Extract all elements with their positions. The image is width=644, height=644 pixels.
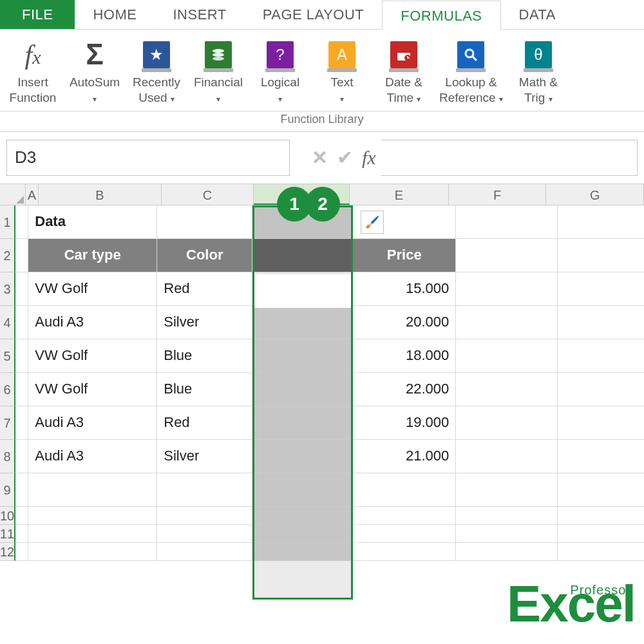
insert-function-button[interactable]: fx Insert Function	[4, 35, 62, 108]
row-header-9[interactable]: 9	[0, 473, 15, 507]
row-header-1[interactable]: 1	[0, 205, 15, 239]
cell[interactable]	[28, 507, 157, 525]
lookup-reference-button[interactable]: Lookup & Reference ▾	[437, 35, 506, 108]
cell[interactable]: 18.000	[353, 339, 456, 373]
cell[interactable]	[252, 306, 353, 339]
cell[interactable]	[15, 339, 28, 373]
cell[interactable]	[252, 473, 353, 507]
cell[interactable]: 15.000	[353, 272, 456, 306]
cell[interactable]	[558, 272, 644, 306]
col-header-C[interactable]: C	[162, 184, 253, 205]
cell[interactable]	[456, 543, 558, 561]
cell[interactable]	[15, 239, 28, 272]
cell[interactable]	[15, 525, 28, 543]
cell[interactable]	[558, 543, 644, 561]
cell[interactable]	[353, 507, 456, 525]
logical-button[interactable]: ? Logical▾	[251, 35, 309, 108]
row-header-12[interactable]: 12	[0, 543, 15, 561]
col-header-B[interactable]: B	[39, 184, 162, 205]
cell-title[interactable]: Data	[28, 205, 157, 239]
cell[interactable]	[456, 507, 558, 525]
cell[interactable]	[456, 406, 558, 440]
cell[interactable]	[252, 525, 353, 543]
row-header-3[interactable]: 3	[0, 272, 15, 306]
row-header-4[interactable]: 4	[0, 306, 15, 339]
cell[interactable]	[558, 339, 644, 373]
cell[interactable]	[15, 205, 28, 239]
select-all-triangle[interactable]	[0, 184, 26, 205]
cell[interactable]	[456, 373, 558, 406]
cell[interactable]: Audi A3	[28, 406, 157, 440]
cell[interactable]: Audi A3	[28, 306, 157, 339]
cell[interactable]	[28, 543, 157, 561]
fx-icon[interactable]: fx	[362, 147, 376, 169]
cell[interactable]	[456, 239, 558, 272]
cell[interactable]	[558, 406, 644, 440]
text-button[interactable]: A Text▾	[313, 35, 371, 108]
autosum-button[interactable]: Σ AutoSum▾	[66, 35, 124, 108]
cell[interactable]: 20.000	[353, 306, 456, 339]
formula-input[interactable]	[381, 140, 638, 176]
cell[interactable]	[558, 239, 644, 272]
cell[interactable]	[558, 525, 644, 543]
cell[interactable]	[558, 507, 644, 525]
col-header-A[interactable]: A	[26, 184, 38, 205]
cell[interactable]: VW Golf	[28, 373, 157, 406]
cell[interactable]	[558, 373, 644, 406]
cell[interactable]	[558, 306, 644, 339]
cell[interactable]	[15, 473, 28, 507]
cell[interactable]	[456, 339, 558, 373]
cell[interactable]	[252, 543, 353, 561]
tab-page-layout[interactable]: PAGE LAYOUT	[245, 0, 383, 29]
cell[interactable]	[252, 507, 353, 525]
cell[interactable]: Silver	[157, 306, 252, 339]
table-header[interactable]: Car type	[28, 239, 157, 272]
col-header-F[interactable]: F	[449, 184, 547, 205]
cell[interactable]	[353, 473, 456, 507]
recently-used-button[interactable]: ★ Recently Used ▾	[128, 35, 185, 108]
enter-icon[interactable]: ✔	[337, 146, 353, 169]
cell[interactable]	[28, 525, 157, 543]
cell[interactable]	[15, 406, 28, 440]
cell[interactable]: Blue	[157, 339, 252, 373]
financial-button[interactable]: Financial▾	[189, 35, 247, 108]
cell[interactable]	[157, 525, 252, 543]
cell[interactable]	[558, 205, 644, 239]
cell[interactable]: VW Golf	[28, 339, 157, 373]
cell[interactable]: 19.000	[353, 406, 456, 440]
date-time-button[interactable]: Date & Time ▾	[375, 35, 433, 108]
cell[interactable]	[558, 473, 644, 507]
cancel-icon[interactable]: ✕	[312, 146, 328, 169]
cell[interactable]	[15, 440, 28, 473]
cell[interactable]	[157, 205, 252, 239]
col-header-G[interactable]: G	[546, 184, 644, 205]
cell[interactable]	[456, 205, 558, 239]
tab-insert[interactable]: INSERT	[155, 0, 244, 29]
cell[interactable]: Red	[157, 272, 252, 306]
tab-home[interactable]: HOME	[75, 0, 155, 29]
row-header-2[interactable]: 2	[0, 239, 15, 272]
cell[interactable]: Red	[157, 406, 252, 440]
cell[interactable]	[15, 306, 28, 339]
cell[interactable]	[353, 543, 456, 561]
cell[interactable]	[28, 473, 157, 507]
cell[interactable]	[157, 543, 252, 561]
row-header-6[interactable]: 6	[0, 373, 15, 406]
cell[interactable]	[456, 440, 558, 473]
paste-options-button[interactable]: 🖌️	[361, 211, 384, 234]
cell[interactable]	[456, 525, 558, 543]
cell[interactable]	[252, 373, 353, 406]
cell[interactable]	[15, 543, 28, 561]
cell[interactable]	[252, 440, 353, 473]
cell[interactable]	[456, 473, 558, 507]
table-header[interactable]: Price	[353, 239, 456, 272]
cell[interactable]: Silver	[157, 440, 252, 473]
tab-data[interactable]: DATA	[501, 0, 574, 29]
col-header-E[interactable]: E	[350, 184, 449, 205]
cell[interactable]	[456, 306, 558, 339]
row-header-8[interactable]: 8	[0, 440, 15, 473]
table-header[interactable]	[252, 239, 353, 272]
cell-active[interactable]	[252, 272, 353, 306]
name-box[interactable]: D3	[6, 140, 290, 176]
cell[interactable]	[456, 272, 558, 306]
